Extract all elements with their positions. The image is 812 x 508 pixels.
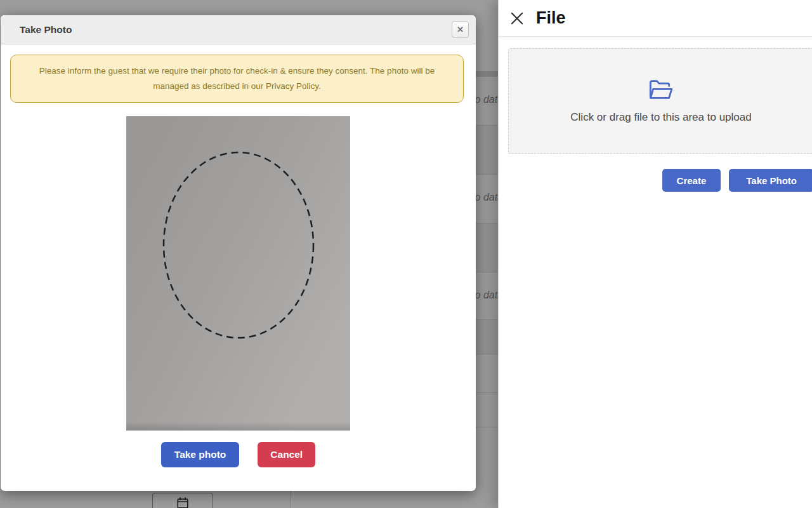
- take-photo-button[interactable]: Take Photo: [729, 169, 812, 192]
- upload-hint: Click or drag file to this area to uploa…: [570, 111, 751, 124]
- face-guide-oval: [126, 116, 350, 431]
- close-icon[interactable]: ✕: [452, 21, 469, 38]
- file-drawer: File Click or drag file to this area to …: [498, 0, 812, 508]
- modal-title: Take Photo: [20, 24, 452, 36]
- cancel-button[interactable]: Cancel: [258, 442, 315, 467]
- drawer-header: File: [499, 0, 812, 37]
- create-button[interactable]: Create: [662, 169, 721, 192]
- drawer-title: File: [536, 8, 566, 28]
- file-dropzone[interactable]: Click or drag file to this area to uploa…: [508, 48, 812, 154]
- modal-actions: Take photo Cancel: [1, 442, 476, 467]
- modal-header: Take Photo ✕: [1, 15, 476, 44]
- take-photo-modal: Take Photo ✕ Please inform the guest tha…: [1, 15, 476, 491]
- consent-notice: Please inform the guest that we require …: [10, 55, 464, 103]
- camera-preview: [126, 116, 350, 431]
- close-glyph: ✕: [457, 25, 464, 34]
- drawer-body: Click or drag file to this area to uploa…: [499, 37, 812, 192]
- take-photo-button[interactable]: Take photo: [161, 442, 240, 467]
- drawer-actions: Create Take Photo: [508, 169, 812, 192]
- folder-open-icon: [648, 79, 674, 103]
- close-icon[interactable]: [508, 10, 526, 27]
